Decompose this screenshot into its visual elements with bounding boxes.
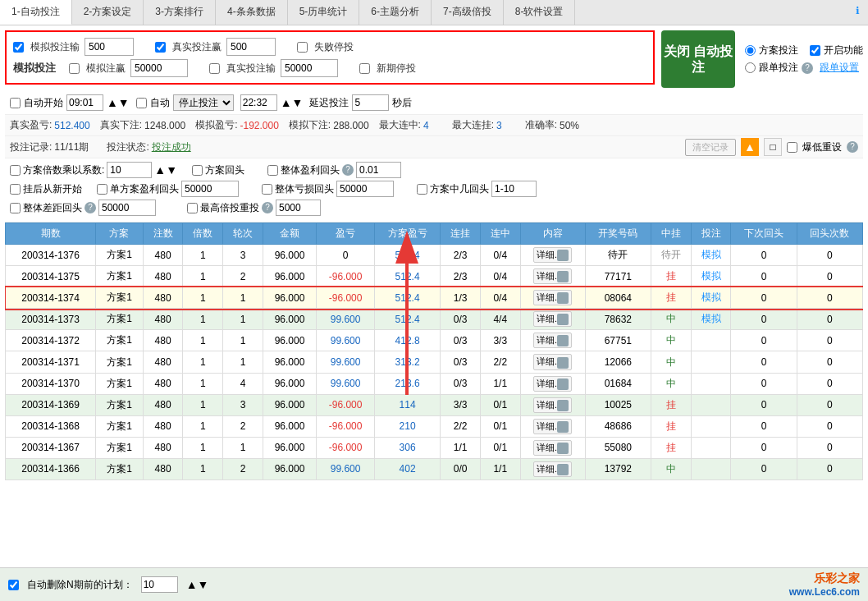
table-cell: 1 (183, 373, 223, 394)
auto-delete-checkbox[interactable] (8, 580, 19, 590)
table-cell: 1 (223, 437, 263, 458)
table-cell: 0/3 (441, 309, 481, 330)
detail-button[interactable]: 详细. (533, 354, 572, 369)
max-mult-info-icon[interactable]: ? (262, 202, 273, 213)
plan-in-input[interactable] (491, 181, 537, 197)
overall-diff-info-icon[interactable]: ? (85, 202, 96, 213)
overall-profit-input[interactable] (356, 162, 401, 178)
sim-down-value: 288.000 (333, 120, 368, 131)
detail-button[interactable]: 详细. (533, 247, 572, 263)
table-cell: 0/1 (480, 415, 520, 437)
auto-start-checkbox[interactable] (10, 98, 21, 108)
detail-button[interactable]: 详细. (533, 461, 572, 477)
start-time-input[interactable]: 09:01 (66, 94, 103, 111)
open-func-checkbox[interactable] (810, 45, 820, 56)
bet-status-label: 投注状态: (107, 140, 148, 154)
real-input-checkbox[interactable] (209, 63, 220, 74)
column-header-盈亏: 盈亏 (317, 223, 375, 245)
detail-button[interactable]: 详细. (533, 333, 572, 348)
detail-button[interactable]: 详细. (533, 419, 572, 434)
table-cell: 96.000 (263, 415, 316, 437)
tab-main-analysis[interactable]: 6-主题分析 (359, 0, 432, 25)
auto-checkbox[interactable] (136, 98, 147, 108)
sim-invest-checkbox[interactable] (13, 42, 24, 53)
overall-diff-checkbox[interactable] (10, 203, 21, 213)
sim-win-checkbox[interactable] (69, 63, 80, 74)
max-lose-label: 最大连挂: (452, 118, 494, 132)
follow-invest-info-icon[interactable]: ? (802, 62, 813, 74)
plan-invest-radio[interactable] (745, 45, 756, 56)
detail-button[interactable]: 详细. (533, 397, 572, 413)
tab-after-stat[interactable]: 5-历串统计 (288, 0, 360, 25)
real-win-checkbox[interactable] (155, 42, 166, 53)
overall-diff-input[interactable] (98, 200, 156, 216)
tab-plan-set[interactable]: 2-方案设定 (72, 0, 144, 25)
table-cell (691, 330, 731, 351)
close-auto-invest-button[interactable]: 关闭 自动投注 (661, 30, 735, 88)
table-cell: 01684 (585, 373, 651, 394)
detail-button[interactable]: 详细. (533, 440, 572, 456)
new-stop-checkbox[interactable] (359, 63, 370, 74)
table-cell: 0 (731, 245, 797, 266)
table-cell: 中 (651, 330, 691, 351)
delay-input[interactable]: 5 (352, 94, 389, 111)
max-mult-input[interactable] (276, 200, 321, 216)
clear-records-button[interactable]: 清空记录 (685, 139, 736, 156)
plan-turn-checkbox[interactable] (192, 165, 203, 176)
follow-settings-link[interactable]: 跟单设置 (820, 61, 859, 75)
single-plan-profit-checkbox[interactable] (97, 184, 107, 195)
end-time-input[interactable]: 22:32 (240, 94, 277, 111)
up-arrow-button[interactable]: ▲ (741, 138, 759, 156)
overall-lose-checkbox[interactable] (262, 184, 272, 195)
table-cell: 方案1 (96, 330, 144, 351)
auto-delete-input[interactable]: 10 (141, 576, 178, 593)
sim-invest-input[interactable]: 500 (85, 38, 134, 56)
overall-profit-info-icon[interactable]: ? (342, 164, 354, 176)
table-cell: 0 (797, 245, 862, 266)
table-cell: 200314-1371 (6, 351, 96, 373)
bomb-checkbox[interactable] (787, 142, 797, 153)
table-cell: 480 (143, 266, 183, 287)
copy-button[interactable]: □ (764, 138, 782, 156)
max-mult-checkbox[interactable] (187, 203, 198, 213)
table-cell: 313.2 (374, 351, 440, 373)
table-cell: 2/3 (441, 245, 481, 266)
single-plan-profit-input[interactable] (181, 181, 239, 197)
detail-button[interactable]: 详细. (533, 311, 572, 327)
sim-win-input[interactable]: 50000 (130, 59, 188, 77)
detail-button[interactable]: 详细. (533, 376, 572, 392)
table-row: 200314-1370方案14801496.00099.600213.60/31… (6, 373, 863, 394)
plan-mult-checkbox[interactable] (10, 165, 21, 176)
real-win-input[interactable]: 500 (226, 38, 276, 56)
plan-mult-input[interactable] (107, 162, 152, 178)
plan-in-checkbox[interactable] (417, 184, 427, 195)
overall-profit-checkbox[interactable] (267, 165, 278, 176)
detail-button[interactable]: 详细. (533, 290, 572, 305)
overall-lose-label: 整体亏损回头 (275, 182, 334, 196)
table-cell: -96.000 (317, 287, 375, 309)
sim-profit-value: -192.000 (240, 120, 278, 131)
table-cell: 200314-1370 (6, 373, 96, 394)
fail-stop-checkbox[interactable] (297, 42, 308, 53)
table-cell: 1/1 (480, 373, 520, 394)
table-body: 200314-1376方案14801396.0000512.42/30/4详细.… (6, 245, 863, 480)
tab-auto-invest[interactable]: 1-自动投注 (0, 0, 72, 25)
tab-conditions[interactable]: 4-条条数据 (216, 0, 288, 25)
stop-mode-select[interactable]: 停止投注 (173, 94, 234, 111)
detail-button[interactable]: 详细. (533, 268, 572, 284)
tab-plan-order[interactable]: 3-方案排行 (144, 0, 216, 25)
sim-down-label: 模拟下注: (289, 118, 331, 132)
tab-settings[interactable]: 8-软件设置 (504, 0, 576, 25)
info-icon[interactable]: ℹ (847, 0, 868, 25)
tab-high-bet[interactable]: 7-高级倍投 (432, 0, 504, 25)
column-header-内容: 内容 (520, 223, 585, 245)
single-invest-radio[interactable] (745, 62, 756, 73)
table-cell: 480 (143, 330, 183, 351)
overall-lose-input[interactable] (336, 181, 394, 197)
bomb-info-icon[interactable]: ? (847, 141, 858, 153)
real-input-input[interactable]: 50000 (281, 59, 338, 77)
table-cell: 待开 (585, 245, 651, 266)
table-cell: 0 (797, 330, 862, 351)
table-cell: 0/4 (480, 287, 520, 309)
hang-restart-checkbox[interactable] (10, 184, 21, 195)
